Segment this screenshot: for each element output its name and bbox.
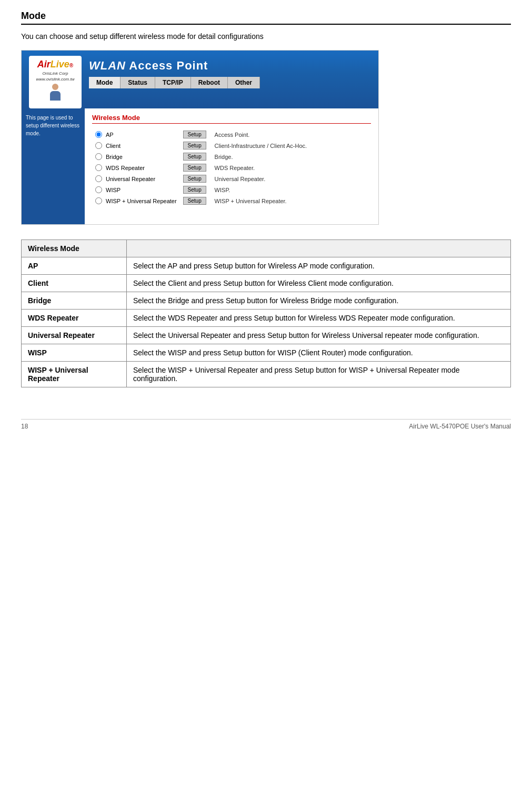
mode-label: WISP [106,187,121,193]
table-cell-desc: Select the AP and press Setup button for… [127,257,511,275]
table-row: Client Select the Client and press Setup… [22,275,511,292]
sidebar-panel: This page is used to setup different wir… [22,108,85,224]
sidebar-text: This page is used to setup different wir… [26,114,81,137]
setup-button[interactable]: Setup [183,153,206,161]
mode-label: AP [106,132,114,138]
mode-row: WDS Repeater Setup WDS Repeater. [92,162,371,173]
mode-table: AP Setup Access Point. Client Setup Clie… [92,129,371,206]
mode-radio-input[interactable] [95,197,102,204]
mode-radio-label[interactable]: WISP + Universal Repeater [95,197,177,204]
mode-description: WISP + Universal Repeater. [215,198,287,204]
mode-label: WISP + Universal Repeater [106,198,177,204]
mode-description: Client-Infrastructure / Client Ac-Hoc. [215,143,307,149]
nav-bar: Mode Status TCP/IP Reboot Other [89,77,371,88]
page-footer: 18 AirLive WL-5470POE User's Manual [21,419,511,430]
brand-logo: AirLive® [37,59,73,70]
mode-radio-label[interactable]: WDS Repeater [95,164,177,171]
table-cell-desc: Select the Client and press Setup button… [127,275,511,292]
table-row: WISP Select the WISP and press Setup but… [22,344,511,362]
mode-radio-input[interactable] [95,175,102,182]
setup-button[interactable]: Setup [183,175,206,183]
main-panel: Wireless Mode AP Setup Access Point. [85,108,378,224]
nav-mode[interactable]: Mode [89,77,121,88]
table-cell-desc: Select the WISP and press Setup button f… [127,344,511,362]
table-row: Universal Repeater Select the Universal … [22,327,511,344]
table-row: WDS Repeater Select the WDS Repeater and… [22,310,511,327]
mode-row: AP Setup Access Point. [92,129,371,140]
table-row: Bridge Select the Bridge and press Setup… [22,292,511,310]
mode-label: Client [106,143,121,149]
nav-reboot[interactable]: Reboot [191,77,228,88]
table-cell-desc: Select the WISP + Universal Repeater and… [127,362,511,387]
footer-page-number: 18 [21,423,28,430]
table-cell-label: AP [22,257,127,275]
table-cell-label: Bridge [22,292,127,310]
table-cell-label: WISP + Universal Repeater [22,362,127,387]
mode-radio-input[interactable] [95,186,102,193]
mode-row: Client Setup Client-Infrastructure / Cli… [92,140,371,151]
mode-radio-input[interactable] [95,164,102,171]
mode-radio-label[interactable]: Bridge [95,153,177,160]
mode-radio-input[interactable] [95,142,102,149]
mode-radio-label[interactable]: Client [95,142,177,149]
table-cell-desc: Select the Bridge and press Setup button… [127,292,511,310]
mode-row: WISP + Universal Repeater Setup WISP + U… [92,195,371,206]
mode-radio-label[interactable]: AP [95,131,177,138]
mode-description: Bridge. [215,154,233,160]
table-cell-label: WISP [22,344,127,362]
table-cell-label: WDS Repeater [22,310,127,327]
mode-radio-input[interactable] [95,131,102,138]
product-title: WLAN Access Point [89,56,371,77]
description-table: Wireless Mode AP Select the AP and press… [21,240,511,387]
table-header-col2 [127,240,511,257]
nav-tcpip[interactable]: TCP/IP [155,77,191,88]
device-body: This page is used to setup different wir… [22,108,378,224]
table-header-col1: Wireless Mode [22,240,127,257]
page-title: Mode [21,11,511,25]
logo-area: AirLive® OrisLink Corp www.ovislink.com.… [29,56,82,108]
mode-row: WISP Setup WISP. [92,184,371,195]
setup-button[interactable]: Setup [183,186,206,194]
header-right: WLAN Access Point Mode Status TCP/IP Reb… [89,56,371,88]
mode-label: Universal Repeater [106,176,155,182]
website: www.ovislink.com.tw [36,77,75,82]
intro-text: You can choose and setup different wirel… [21,32,511,41]
table-cell-label: Universal Repeater [22,327,127,344]
mode-radio-label[interactable]: Universal Repeater [95,175,177,182]
setup-button[interactable]: Setup [183,164,206,172]
setup-button[interactable]: Setup [183,142,206,149]
mode-label: WDS Repeater [106,165,145,171]
table-cell-label: Client [22,275,127,292]
device-screenshot: AirLive® OrisLink Corp www.ovislink.com.… [21,50,379,225]
nav-status[interactable]: Status [121,77,155,88]
mode-description: WISP. [215,187,230,193]
table-cell-desc: Select the WDS Repeater and press Setup … [127,310,511,327]
mode-radio-label[interactable]: WISP [95,186,177,193]
section-title: Wireless Mode [92,114,371,124]
mode-description: WDS Repeater. [215,165,255,171]
footer-manual-title: AirLive WL-5470POE User's Manual [409,423,511,430]
mode-description: Universal Repeater. [215,176,266,182]
table-row: WISP + Universal Repeater Select the WIS… [22,362,511,387]
setup-button[interactable]: Setup [183,197,206,205]
table-header-row: Wireless Mode [22,240,511,257]
mode-label: Bridge [106,154,123,160]
table-cell-desc: Select the Universal Repeater and press … [127,327,511,344]
nav-other[interactable]: Other [228,77,260,88]
device-header: AirLive® OrisLink Corp www.ovislink.com.… [22,51,378,108]
mode-row: Universal Repeater Setup Universal Repea… [92,173,371,184]
mode-radio-input[interactable] [95,153,102,160]
table-row: AP Select the AP and press Setup button … [22,257,511,275]
mode-row: Bridge Setup Bridge. [92,151,371,162]
mode-description: Access Point. [215,132,250,138]
setup-button[interactable]: Setup [183,131,206,138]
company-name: OrisLink Corp [43,71,68,76]
